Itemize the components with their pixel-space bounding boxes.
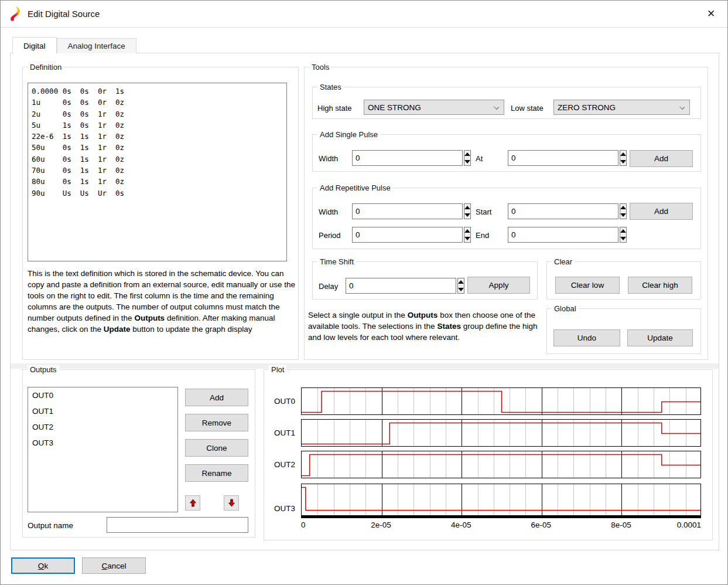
clear-high-button[interactable]: Clear high — [628, 277, 692, 294]
rep-end-input[interactable] — [508, 227, 618, 243]
update-button[interactable]: Update — [627, 329, 693, 346]
clear-low-button[interactable]: Clear low — [555, 277, 620, 294]
output-list-item[interactable]: OUT2 — [28, 419, 177, 435]
output-remove-button[interactable]: Remove — [185, 414, 248, 431]
rep-width-input[interactable] — [352, 203, 463, 219]
definition-group: Definition 0.0000 0s 0s 0r 1s 1u 0s 0s 0… — [22, 67, 299, 360]
output-clone-button[interactable]: Clone — [185, 439, 248, 457]
definition-text-editor[interactable]: 0.0000 0s 0s 0r 1s 1u 0s 0s 0r 0z 2u 0s … — [28, 83, 287, 261]
close-icon[interactable]: ✕ — [703, 6, 719, 22]
global-group: Global Undo Update — [546, 308, 701, 354]
plot-trace-label: OUT0 — [274, 397, 299, 406]
up-triangle-icon — [464, 229, 470, 233]
up-triangle-icon — [458, 280, 464, 284]
high-state-select[interactable]: ONE STRONG — [364, 100, 504, 115]
down-triangle-icon — [620, 160, 626, 164]
delay-input[interactable] — [346, 278, 456, 294]
apply-button[interactable]: Apply — [467, 277, 530, 294]
undo-button[interactable]: Undo — [553, 329, 620, 346]
spin-down-button[interactable] — [458, 286, 464, 294]
plot-trace-label: OUT1 — [274, 428, 299, 437]
clear-group-label: Clear — [552, 257, 575, 266]
low-state-select[interactable]: ZERO STRONG — [553, 100, 690, 115]
spin-up-button[interactable] — [458, 278, 464, 286]
move-down-button[interactable] — [224, 495, 239, 511]
single-width-label: Width — [319, 154, 338, 163]
single-pulse-add-button[interactable]: Add — [630, 150, 693, 167]
spinner — [620, 150, 627, 166]
add-repetitive-pulse-group: Add Repetitive Pulse Width Start — [312, 188, 701, 249]
rep-start-label: Start — [476, 208, 491, 216]
spin-down-button[interactable] — [620, 212, 626, 219]
high-state-value: ONE STRONG — [368, 103, 421, 112]
plot-trace-label: OUT2 — [274, 460, 299, 469]
single-at-input[interactable] — [508, 150, 618, 166]
spin-up-button[interactable] — [464, 204, 470, 212]
rep-width-spinedit — [352, 203, 468, 219]
spin-up-button[interactable] — [620, 151, 626, 158]
outputs-list[interactable]: OUT0OUT1OUT2OUT3 — [28, 387, 178, 512]
rep-period-spinedit — [352, 227, 468, 243]
plot-axis-labels: 02e-054e-056e-058e-050.0001 — [301, 521, 701, 531]
up-triangle-icon — [464, 206, 470, 209]
plot-row: OUT3 — [301, 484, 701, 516]
output-rename-button[interactable]: Rename — [185, 464, 248, 482]
single-width-spinedit — [352, 150, 468, 166]
waveform-plot — [301, 451, 701, 478]
spin-up-button[interactable] — [620, 204, 626, 212]
spin-up-button[interactable] — [464, 227, 470, 235]
rep-end-label: End — [476, 231, 489, 240]
time-shift-group: Time Shift Delay Apply — [312, 261, 538, 300]
spinner — [620, 227, 627, 243]
rep-period-input[interactable] — [352, 227, 463, 243]
output-list-item[interactable]: OUT1 — [28, 403, 177, 419]
chevron-down-icon — [679, 104, 685, 110]
waveform-plot — [301, 484, 701, 516]
high-state-label: High state — [317, 104, 352, 113]
time-shift-group-label: Time Shift — [317, 257, 356, 266]
single-at-label: At — [476, 154, 483, 163]
spin-down-button[interactable] — [464, 212, 470, 219]
output-list-item[interactable]: OUT0 — [28, 387, 177, 403]
tab-analog-interface[interactable]: Analog Interface — [57, 38, 136, 53]
delay-spinedit — [346, 278, 457, 294]
plot-strips: OUT0OUT1OUT2OUT3 — [301, 387, 701, 516]
rep-start-spinedit — [508, 203, 624, 219]
spinner — [464, 203, 471, 219]
repetitive-pulse-add-button[interactable]: Add — [630, 203, 693, 220]
outputs-group-label: Outputs — [28, 365, 59, 374]
outputs-group: Outputs OUT0OUT1OUT2OUT3 Add Remove Clon… — [22, 369, 255, 538]
spin-down-button[interactable] — [464, 235, 470, 243]
output-add-button[interactable]: Add — [185, 389, 248, 406]
down-triangle-icon — [620, 237, 626, 240]
move-down-icon — [228, 499, 235, 507]
spinner — [464, 227, 471, 243]
tab-digital[interactable]: Digital — [12, 37, 57, 54]
down-triangle-icon — [464, 237, 470, 240]
single-width-input[interactable] — [352, 150, 463, 166]
edit-digital-source-dialog: Edit Digital Source ✕ Digital Analog Int… — [0, 0, 728, 585]
cancel-button[interactable]: Cancel — [82, 557, 146, 574]
single-at-spinedit — [508, 150, 624, 166]
states-group: States High state ONE STRONG Low state Z… — [312, 87, 701, 119]
rep-period-label: Period — [319, 231, 341, 240]
tab-page: Definition 0.0000 0s 0s 0r 1s 1u 0s 0s 0… — [10, 53, 719, 550]
spin-up-button[interactable] — [464, 151, 470, 158]
spin-down-button[interactable] — [620, 158, 626, 166]
output-name-input[interactable] — [107, 517, 248, 533]
rep-start-input[interactable] — [508, 203, 618, 219]
plot-group-label: Plot — [269, 365, 286, 374]
plot-row: OUT1 — [301, 419, 701, 447]
axis-tick-label: 0.0001 — [677, 521, 701, 529]
output-list-item[interactable]: OUT3 — [28, 435, 177, 451]
spin-down-button[interactable] — [464, 158, 470, 166]
waveform-plot — [301, 419, 701, 447]
down-triangle-icon — [458, 288, 464, 291]
spin-down-button[interactable] — [620, 235, 626, 243]
spin-up-button[interactable] — [620, 227, 626, 235]
ok-button[interactable]: Ok — [11, 557, 75, 574]
add-repetitive-pulse-group-label: Add Repetitive Pulse — [317, 183, 393, 192]
low-state-value: ZERO STRONG — [558, 103, 616, 112]
move-up-button[interactable] — [185, 495, 200, 511]
axis-tick-label: 0 — [301, 521, 306, 529]
